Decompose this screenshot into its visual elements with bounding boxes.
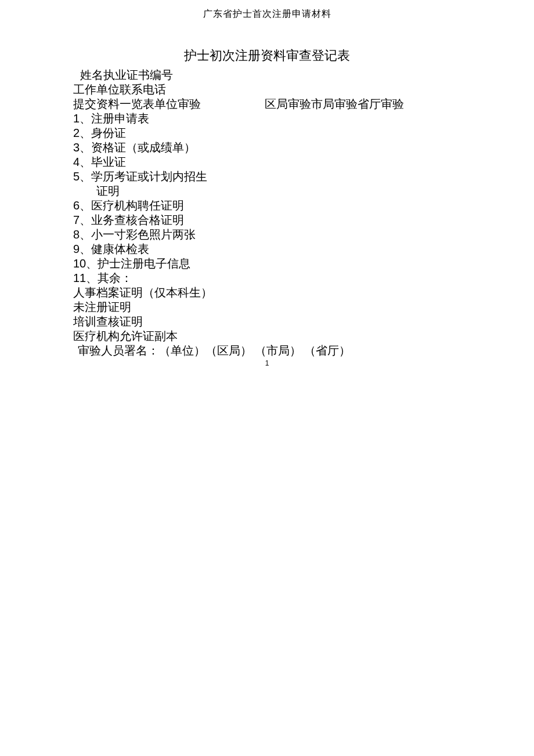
item-5: 5、学历考证或计划内招生 <box>73 169 534 184</box>
label-cert: 执业证书编号 <box>103 68 173 81</box>
extra-3: 培训查核证明 <box>73 314 534 329</box>
item-10: 10、护士注册电子信息 <box>73 256 534 271</box>
item-8: 8、小一寸彩色照片两张 <box>73 227 534 242</box>
signature-row: 审验人员署名：（单位）（区局） （市局） （省厅） <box>73 343 534 358</box>
signature-unit: （单位） <box>159 344 205 357</box>
label-unit-review: 单位审验 <box>154 97 201 110</box>
extra-4: 医疗机构允许证副本 <box>73 329 534 343</box>
signature-province: （省厅） <box>304 344 351 357</box>
label-name: 姓名 <box>80 68 103 81</box>
form-content: 姓名执业证书编号 工作单位联系电话 提交资料一览表单位审验 区局审验市局审验省厅… <box>73 68 534 358</box>
form-title: 护士初次注册资料审查登记表 <box>0 47 534 64</box>
row-unit-phone: 工作单位联系电话 <box>73 82 534 97</box>
item-2: 2、身份证 <box>73 126 534 140</box>
page-number: 1 <box>0 359 534 367</box>
item-5-cont: 证明 <box>73 184 534 198</box>
document-page: 广东省护士首次注册申请材料 护士初次注册资料审查登记表 姓名执业证书编号 工作单… <box>0 0 534 756</box>
item-3: 3、资格证（或成绩单） <box>73 140 534 155</box>
label-doc-list: 提交资料一览表 <box>73 97 154 110</box>
extra-2: 未注册证明 <box>73 300 534 314</box>
signature-district: （区局） <box>205 344 252 357</box>
signature-label: 审验人员署名： <box>78 344 159 357</box>
item-9: 9、健康体检表 <box>73 242 534 256</box>
item-11: 11、其余： <box>73 271 534 285</box>
extra-1: 人事档案证明（仅本科生） <box>73 285 534 300</box>
label-city-review: 市局审验 <box>311 97 358 110</box>
label-province-review: 省厅审验 <box>358 97 404 110</box>
label-unit: 工作单位 <box>73 83 120 96</box>
item-4: 4、毕业证 <box>73 155 534 169</box>
item-1: 1、注册申请表 <box>73 111 534 126</box>
signature-city: （市局） <box>255 344 301 357</box>
label-district-review: 区局审验 <box>265 97 311 110</box>
item-7: 7、业务查核合格证明 <box>73 213 534 227</box>
label-phone: 联系电话 <box>120 83 166 96</box>
item-6: 6、医疗机构聘任证明 <box>73 198 534 213</box>
row-review-headers: 提交资料一览表单位审验 区局审验市局审验省厅审验 <box>73 97 534 111</box>
row-name-cert: 姓名执业证书编号 <box>73 68 534 82</box>
page-header-title: 广东省护士首次注册申请材料 <box>0 8 534 20</box>
